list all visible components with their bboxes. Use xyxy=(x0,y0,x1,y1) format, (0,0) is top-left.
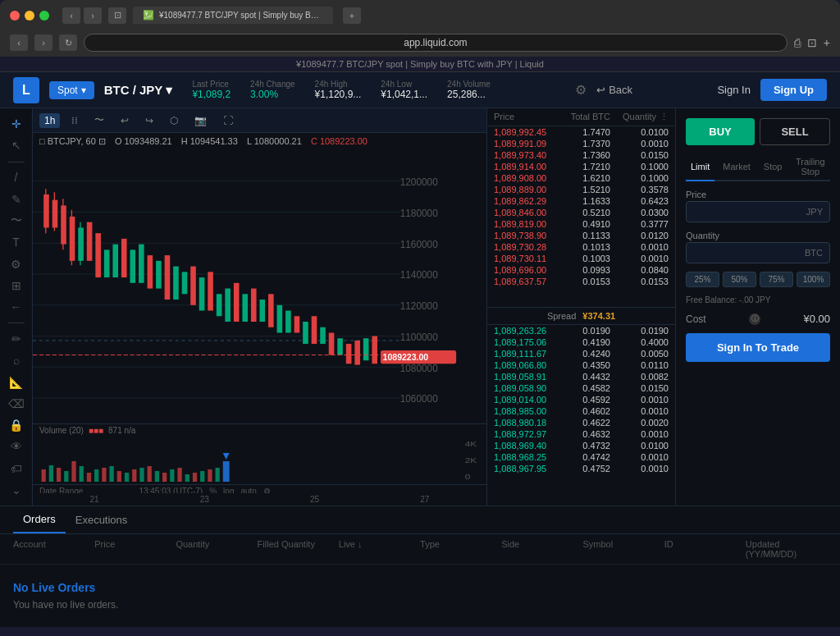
back-button[interactable]: ‹ xyxy=(62,7,80,24)
sell-button[interactable]: SELL xyxy=(760,118,830,145)
pct-100-button[interactable]: 100% xyxy=(797,272,830,287)
limit-order-tab[interactable]: Limit xyxy=(686,153,714,181)
executions-tab[interactable]: Executions xyxy=(66,506,138,533)
undo-icon[interactable]: ↩ xyxy=(116,113,134,128)
lock-icon[interactable]: 🔒 xyxy=(5,416,28,434)
nav-forward-button[interactable]: › xyxy=(34,34,52,51)
sign-up-button[interactable]: Sign Up xyxy=(760,79,827,101)
price-input[interactable]: JPY xyxy=(686,201,830,222)
orderbook-bid-row[interactable]: 1,089,066.800.43500.0110 xyxy=(487,359,675,371)
chart-canvas[interactable]: 1200000 1180000 1160000 1140000 1120000 … xyxy=(33,150,486,493)
orderbook-ask-row[interactable]: 1,089,973.401.73600.0150 xyxy=(487,149,675,161)
orderbook-bid-row[interactable]: 1,089,263.260.01900.0190 xyxy=(487,325,675,336)
ask-total: 0.1013 xyxy=(552,242,610,252)
orderbook-bid-row[interactable]: 1,089,014.000.45920.0010 xyxy=(487,394,675,405)
trend-line-icon[interactable]: / xyxy=(5,168,28,186)
orderbook-bid-row[interactable]: 1,088,972.970.46320.0010 xyxy=(487,428,675,440)
forward-button[interactable]: › xyxy=(84,7,102,24)
close-dot[interactable] xyxy=(10,11,20,21)
adjust-icon[interactable]: ⚙ xyxy=(5,254,28,272)
reader-view-button[interactable]: ⊡ xyxy=(108,7,126,24)
quantity-field-group: Quantity BTC xyxy=(686,231,830,263)
orderbook-bid-row[interactable]: 1,089,175.060.41900.4000 xyxy=(487,336,675,348)
svg-rect-84 xyxy=(139,468,144,482)
new-tab-button[interactable]: + xyxy=(343,7,361,24)
orderbook-ask-row[interactable]: 1,089,696.000.09930.0840 xyxy=(487,264,675,276)
spot-selector[interactable]: Spot ▾ xyxy=(49,81,94,99)
share-button[interactable]: ⎙ xyxy=(794,36,801,49)
pencil-icon[interactable]: ✏ xyxy=(5,330,28,348)
orderbook-bid-row[interactable]: 1,088,968.250.47420.0010 xyxy=(487,451,675,463)
sign-in-button[interactable]: Sign In xyxy=(717,84,750,96)
orderbook-ask-row[interactable]: 1,089,889.001.52100.3578 xyxy=(487,184,675,195)
quantity-input[interactable]: BTC xyxy=(686,242,830,263)
timeframe-1h[interactable]: 1h xyxy=(39,113,60,128)
pair-selector[interactable]: BTC / JPY ▾ xyxy=(104,83,173,98)
redo-icon[interactable]: ↪ xyxy=(140,113,158,128)
maximize-dot[interactable] xyxy=(39,11,49,21)
orderbook-ask-row[interactable]: 1,089,991.091.73700.0010 xyxy=(487,138,675,149)
reload-button[interactable]: ↻ xyxy=(59,34,77,51)
wave-icon[interactable]: 〜 xyxy=(5,212,28,230)
buy-button[interactable]: BUY xyxy=(686,118,755,145)
text-icon[interactable]: T xyxy=(5,233,28,251)
bid-price: 1,089,175.06 xyxy=(494,337,552,347)
orderbook-bid-row[interactable]: 1,088,967.950.47520.0010 xyxy=(487,463,675,474)
orderbook-bid-row[interactable]: 1,088,980.180.46220.0020 xyxy=(487,417,675,428)
orderbook-ask-row[interactable]: 1,089,730.280.10130.0010 xyxy=(487,241,675,253)
pct-75-button[interactable]: 75% xyxy=(760,272,793,287)
chevron-down-icon[interactable]: ⌄ xyxy=(5,481,28,499)
orderbook-ask-row[interactable]: 1,089,730.110.10030.0010 xyxy=(487,253,675,264)
trailing-stop-tab[interactable]: Trailing Stop xyxy=(791,153,831,180)
qty-sort-icon[interactable]: ⋮ xyxy=(660,112,669,122)
sign-in-trade-button[interactable]: Sign In To Trade xyxy=(686,333,830,362)
pct-25-button[interactable]: 25% xyxy=(686,272,719,287)
wave-tool[interactable]: 〜 xyxy=(89,112,109,129)
zoom-icon[interactable]: ⌕ xyxy=(5,351,28,369)
expand-icon[interactable]: ⛶ xyxy=(218,113,238,128)
new-window-button[interactable]: + xyxy=(824,36,830,49)
info-icon[interactable]: ⓘ xyxy=(749,313,760,325)
live-col[interactable]: Live ↓ xyxy=(339,539,420,559)
eye-icon[interactable]: 👁 xyxy=(5,437,28,455)
brush-icon[interactable]: ⬡ xyxy=(165,113,183,128)
cursor-icon[interactable]: ↖ xyxy=(5,136,28,154)
ohlc-symbol: □ BTCJPY, 60 ⊡ xyxy=(39,136,106,146)
orderbook-ask-row[interactable]: 1,089,862.291.16330.6423 xyxy=(487,195,675,207)
orderbook-bid-row[interactable]: 1,089,058.900.45820.0150 xyxy=(487,382,675,394)
tag-icon[interactable]: 🏷 xyxy=(5,460,28,478)
orders-tab[interactable]: Orders xyxy=(13,506,66,533)
total-col-header: Total BTC xyxy=(552,112,610,122)
orderbook-ask-row[interactable]: 1,089,992.451.74700.0100 xyxy=(487,126,675,138)
market-order-tab[interactable]: Market xyxy=(718,153,756,180)
pct-50-button[interactable]: 50% xyxy=(723,272,756,287)
orderbook-ask-row[interactable]: 1,089,819.000.49100.3777 xyxy=(487,218,675,230)
orderbook-ask-row[interactable]: 1,089,908.001.62100.1000 xyxy=(487,172,675,184)
stop-order-tab[interactable]: Stop xyxy=(759,153,788,180)
fullscreen-button[interactable]: ⊡ xyxy=(807,36,817,49)
crosshair-icon[interactable]: ✛ xyxy=(5,115,28,133)
url-bar[interactable]: app.liquid.com xyxy=(84,34,788,52)
settings-small-icon[interactable]: ⚙ xyxy=(263,487,271,493)
ruler-icon[interactable]: 📐 xyxy=(5,373,28,391)
orderbook-ask-row[interactable]: 1,089,637.570.01530.0153 xyxy=(487,276,675,287)
orderbook-ask-row[interactable]: 1,089,738.900.11330.0120 xyxy=(487,230,675,241)
minimize-dot[interactable] xyxy=(25,11,34,21)
price-field-label: Price xyxy=(686,190,830,199)
orderbook-bid-row[interactable]: 1,089,058.910.44320.0082 xyxy=(487,371,675,382)
camera-icon[interactable]: 📷 xyxy=(189,113,212,128)
orderbook-bid-row[interactable]: 1,089,111.670.42400.0050 xyxy=(487,348,675,359)
grid-icon[interactable]: ⊞ xyxy=(5,277,28,295)
orderbook-bid-row[interactable]: 1,088,985.000.46020.0010 xyxy=(487,405,675,417)
eraser-icon[interactable]: ⌫ xyxy=(5,395,28,413)
orderbook-ask-row[interactable]: 1,089,846.000.52100.0300 xyxy=(487,207,675,218)
arrow-left-icon[interactable]: ← xyxy=(5,298,28,316)
orderbook-ask-row[interactable]: 1,089,914.001.72100.1000 xyxy=(487,161,675,172)
indicator-icon[interactable]: ⁞⁞ xyxy=(66,113,83,128)
draw-icon[interactable]: ✎ xyxy=(5,190,28,208)
back-button-header[interactable]: ↩ Back xyxy=(596,84,632,96)
settings-icon[interactable]: ⚙ xyxy=(575,82,587,98)
browser-tab[interactable]: 💹 ¥1089477.7 BTC/JPY spot | Simply buy B… xyxy=(133,7,333,24)
nav-back-button[interactable]: ‹ xyxy=(10,34,28,51)
orderbook-bid-row[interactable]: 1,088,969.400.47320.0100 xyxy=(487,440,675,451)
